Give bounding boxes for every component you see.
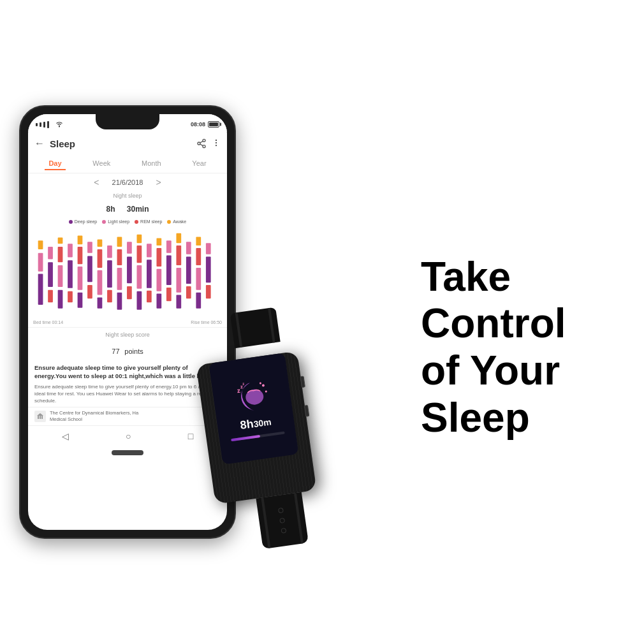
sleep-chart: Bed time 00:14 Rise time 06:50 <box>28 225 227 327</box>
back-button[interactable]: ← <box>34 138 45 149</box>
deep-sleep-dot <box>69 220 73 224</box>
svg-rect-48 <box>147 260 152 288</box>
source-line1: The Centre for Dynamical Biomarkers, Ha <box>50 410 138 416</box>
legend-light-sleep: Light sleep <box>102 219 129 224</box>
svg-line-5 <box>200 141 203 143</box>
headline: Take Control of Your Sleep <box>421 254 566 441</box>
tab-day[interactable]: Day <box>45 157 65 170</box>
band-button-1 <box>300 376 305 388</box>
svg-rect-38 <box>117 268 122 290</box>
svg-rect-66 <box>196 268 201 290</box>
svg-point-7 <box>216 142 217 143</box>
legend-rem-sleep: REM sleep <box>135 219 162 224</box>
legend-deep-sleep: Deep sleep <box>69 219 97 224</box>
light-sleep-label: Light sleep <box>108 219 129 224</box>
svg-rect-20 <box>68 260 73 288</box>
sleep-min-label: min <box>135 205 149 214</box>
more-icon[interactable] <box>212 138 221 147</box>
status-bar-right: 08:08 <box>191 121 219 128</box>
signal-bar-4 <box>47 121 49 128</box>
home-button-area <box>28 446 227 457</box>
svg-point-0 <box>59 126 60 128</box>
nav-recent-button[interactable]: □ <box>188 431 193 441</box>
svg-rect-58 <box>176 245 181 265</box>
svg-rect-67 <box>196 293 201 309</box>
text-section: Take Control of Your Sleep <box>421 203 625 441</box>
source-line2: Medical School <box>50 416 82 422</box>
deep-sleep-label: Deep sleep <box>75 219 97 224</box>
svg-rect-69 <box>206 257 211 283</box>
svg-point-75 <box>244 388 264 406</box>
tab-month[interactable]: Month <box>138 157 165 170</box>
svg-rect-64 <box>196 237 201 246</box>
svg-rect-57 <box>176 233 181 243</box>
battery-fill <box>209 122 218 126</box>
svg-rect-30 <box>98 249 103 268</box>
headline-line1: Take <box>421 254 566 301</box>
date-display: 21/6/2018 <box>112 179 143 186</box>
tab-year[interactable]: Year <box>188 157 210 170</box>
svg-rect-65 <box>196 248 201 265</box>
rem-sleep-label: REM sleep <box>140 219 162 224</box>
svg-rect-54 <box>166 240 172 252</box>
signal-bar-1 <box>36 123 38 126</box>
battery-icon <box>208 121 219 128</box>
next-date-button[interactable]: > <box>156 177 161 187</box>
band-button-3 <box>304 405 309 417</box>
svg-rect-49 <box>147 291 152 302</box>
wifi-icon <box>55 121 63 128</box>
svg-rect-45 <box>137 265 142 289</box>
svg-point-76 <box>261 384 265 387</box>
score-unit: points <box>124 348 143 355</box>
svg-rect-27 <box>87 256 92 282</box>
share-icon[interactable] <box>196 138 207 149</box>
legend-row: Deep sleep Light sleep REM sleep Awake <box>28 218 227 225</box>
status-time: 08:08 <box>191 121 205 128</box>
source-row: The Centre for Dynamical Biomarkers, Ha … <box>28 407 227 425</box>
svg-rect-73 <box>41 416 43 419</box>
svg-rect-62 <box>186 257 191 284</box>
app-title: Sleep <box>50 138 196 149</box>
svg-rect-63 <box>186 286 191 298</box>
svg-rect-37 <box>117 249 122 265</box>
tabs-row: Day Week Month Year <box>28 155 227 173</box>
svg-point-77 <box>265 390 267 392</box>
svg-rect-71 <box>38 416 39 419</box>
bottom-nav: ◁ ○ □ <box>28 425 227 446</box>
prev-date-button[interactable]: < <box>94 177 99 187</box>
svg-rect-29 <box>98 239 103 247</box>
svg-rect-35 <box>107 290 112 302</box>
nav-home-button[interactable]: ○ <box>126 431 131 441</box>
svg-rect-61 <box>186 242 191 254</box>
svg-rect-25 <box>78 293 83 308</box>
svg-point-1 <box>203 139 205 142</box>
svg-rect-14 <box>48 290 53 302</box>
headline-line3: of Your <box>421 348 566 395</box>
svg-rect-13 <box>48 262 53 287</box>
svg-rect-21 <box>68 291 73 302</box>
svg-rect-19 <box>68 244 73 257</box>
description-bold: Ensure adequate sleep time to give yours… <box>34 363 221 381</box>
bed-time-label: Bed time 00:14 <box>33 320 63 325</box>
svg-point-2 <box>198 142 200 145</box>
svg-rect-28 <box>87 285 92 298</box>
svg-rect-39 <box>117 293 122 310</box>
tab-week[interactable]: Week <box>89 157 114 170</box>
svg-rect-72 <box>40 416 41 419</box>
nav-back-button[interactable]: ◁ <box>62 431 69 441</box>
svg-rect-9 <box>38 240 43 249</box>
band-screen: z z z 8h30m <box>209 353 298 464</box>
svg-rect-43 <box>137 235 142 244</box>
svg-rect-32 <box>98 297 103 308</box>
date-nav: < 21/6/2018 > <box>28 173 227 191</box>
svg-point-78 <box>259 382 261 384</box>
svg-rect-33 <box>107 245 112 258</box>
headline-line4: Sleep <box>421 395 566 442</box>
band-time-display: 8h30m <box>239 414 272 432</box>
sleep-duration: 8h 30min <box>28 199 227 216</box>
svg-rect-26 <box>87 242 92 252</box>
home-button-bar <box>112 450 143 455</box>
svg-rect-17 <box>58 265 63 287</box>
svg-rect-15 <box>58 238 63 244</box>
svg-rect-56 <box>166 288 172 301</box>
